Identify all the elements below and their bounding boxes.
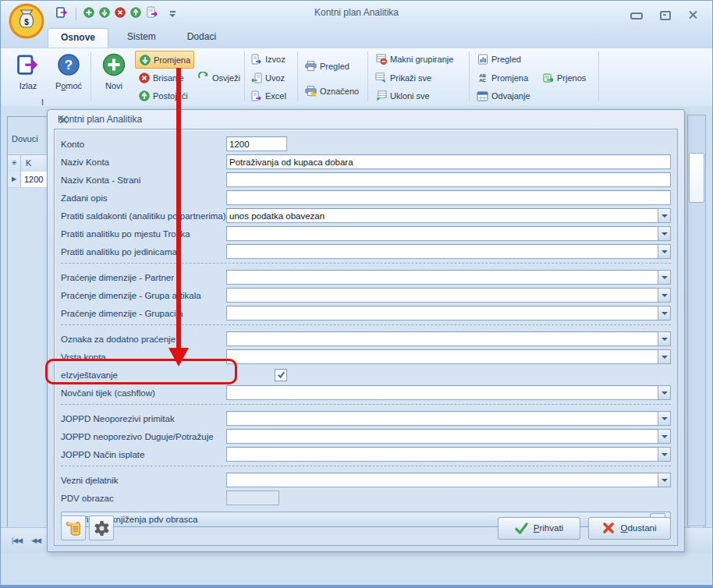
help-icon: ?	[49, 53, 88, 78]
restore-icon[interactable]	[660, 11, 671, 20]
grid-cell-konto[interactable]: 1200	[21, 172, 48, 187]
tab-dodaci[interactable]: Dodaci	[175, 28, 229, 48]
group-divider	[61, 404, 671, 407]
chevron-down-icon[interactable]	[658, 306, 671, 321]
osvjezi-button[interactable]: Osvježi	[194, 69, 243, 86]
tab-osnove[interactable]: Osnove	[48, 28, 108, 48]
chevron-down-icon[interactable]	[658, 385, 671, 400]
vezni-djelatnik-combo[interactable]	[226, 473, 671, 487]
chevron-down-icon[interactable]	[658, 331, 671, 346]
scrollbar-thumb[interactable]	[689, 153, 704, 203]
dialog-title-bar[interactable]: Kontni plan Analitika	[48, 110, 684, 128]
chevron-down-icon[interactable]	[658, 473, 671, 487]
chevron-down-icon[interactable]	[658, 288, 671, 303]
joppd-duguje-combo[interactable]	[226, 429, 671, 444]
zadani-opis-input[interactable]	[226, 190, 671, 205]
close-icon[interactable]	[58, 114, 69, 125]
prihvati-button[interactable]: Prihvati	[498, 517, 580, 540]
checkmark-icon	[277, 370, 286, 379]
jedinice-combo[interactable]	[226, 244, 671, 259]
pregled-print-button[interactable]: Pregled	[302, 58, 353, 74]
joppd-primitak-combo[interactable]	[226, 411, 671, 426]
promjena-ab-button[interactable]: ABAC Promjena	[474, 69, 531, 86]
chevron-down-icon[interactable]	[658, 208, 671, 223]
dimenzija-grupa-artikala-combo[interactable]	[226, 288, 671, 303]
dimenzija-partner-input[interactable]	[226, 270, 658, 285]
arrow-up-icon	[138, 90, 150, 101]
postojeci-button[interactable]: Postojeći	[135, 87, 191, 104]
konto-input[interactable]	[226, 136, 287, 151]
check-icon	[515, 522, 528, 534]
oznaka-dodatno-input[interactable]	[226, 331, 658, 346]
exit-icon[interactable]	[55, 6, 69, 22]
joppd-nacin-input[interactable]	[226, 447, 658, 462]
group-by-box[interactable]: Dovuci	[12, 134, 38, 143]
pregled-view-button[interactable]: Pregled	[474, 51, 524, 67]
joppd-nacin-combo[interactable]	[226, 447, 671, 462]
excel-button[interactable]: Excel	[247, 87, 289, 104]
naziv-konta-strani-input[interactable]	[226, 172, 671, 187]
nav-first-icon[interactable]: |◀◀	[12, 537, 22, 544]
chevron-down-icon[interactable]	[658, 349, 671, 364]
pratiti-saldakonti-combo[interactable]	[226, 208, 671, 223]
mjesto-troska-combo[interactable]	[226, 226, 671, 241]
chevron-down-icon[interactable]	[658, 244, 671, 259]
form-row-novcani-tijek: Novčani tijek (cashflow)	[61, 384, 671, 402]
settings-gear-button[interactable]	[89, 515, 114, 540]
chevron-down-icon[interactable]	[658, 447, 671, 462]
novi-button[interactable]: Novi	[94, 51, 133, 104]
grid-header-row[interactable]: ✳ K	[8, 154, 48, 172]
group-divider	[61, 263, 671, 266]
chevron-down-icon[interactable]	[658, 270, 671, 285]
chevron-down-icon[interactable]	[658, 429, 671, 444]
joppd-primitak-input[interactable]	[226, 411, 658, 426]
vezni-djelatnik-input[interactable]	[226, 473, 658, 487]
izlaz-button[interactable]: Izlaz	[9, 51, 48, 104]
joppd-duguje-input[interactable]	[226, 429, 658, 444]
grid-konto-column-header[interactable]: K	[21, 155, 48, 172]
minimize-icon[interactable]	[630, 12, 643, 19]
novcani-tijek-input[interactable]	[226, 385, 658, 400]
vrsta-konta-input[interactable]	[226, 349, 658, 364]
odustani-button[interactable]: Odustani	[588, 517, 671, 540]
oznaka-dodatno-combo[interactable]	[226, 331, 671, 346]
uvoz-button[interactable]: Uvoz	[247, 69, 288, 86]
pratiti-saldakonti-input[interactable]	[226, 208, 658, 223]
vrsta-konta-combo[interactable]	[226, 349, 671, 364]
vertical-scrollbar[interactable]: ··	[687, 115, 706, 542]
quick-access-dropdown-icon[interactable]	[169, 11, 176, 17]
arrow-up-icon[interactable]	[130, 7, 141, 21]
izvoz-button[interactable]: Izvoz	[247, 51, 289, 67]
prikazi-sve-button[interactable]: Prikaži sve	[372, 69, 435, 86]
ukloni-sve-button[interactable]: Ukloni sve	[372, 87, 433, 104]
prijenos-button[interactable]: Prjenos	[539, 69, 589, 86]
eizvjestavanje-checkbox[interactable]	[275, 369, 287, 381]
export-report-icon[interactable]	[146, 6, 158, 22]
dimenzija-grupacija-input[interactable]	[226, 306, 658, 321]
novcani-tijek-combo[interactable]	[226, 385, 671, 400]
oznaceno-button[interactable]: Označeno	[302, 83, 362, 99]
odvajanje-button[interactable]: Odvajanje	[474, 87, 534, 104]
dimenzija-grupacija-combo[interactable]	[226, 306, 671, 321]
tab-sistem[interactable]: Sistem	[115, 28, 168, 48]
grid-marker-column-header[interactable]: ✳	[8, 155, 21, 172]
journal-scroll-button[interactable]	[61, 515, 86, 540]
makni-grupiranje-button[interactable]: Makni grupiranje	[372, 51, 456, 67]
arrow-down-icon[interactable]	[99, 7, 110, 21]
chevron-down-icon[interactable]	[658, 226, 671, 241]
dimenzija-partner-combo[interactable]	[226, 270, 671, 285]
form-row-dimenzija-grupa-artikala: Praćenje dimenzije - Grupa artikala	[61, 286, 671, 304]
naziv-konta-input[interactable]	[226, 154, 671, 169]
close-icon[interactable]	[688, 9, 698, 23]
pomoc-button[interactable]: ? Pomoć	[49, 51, 88, 104]
jedinice-input[interactable]	[226, 244, 658, 259]
grid-row-1200[interactable]: ▶ 1200	[8, 172, 48, 188]
add-icon[interactable]	[83, 7, 94, 21]
nav-prev-page-icon[interactable]: ◀◀	[31, 537, 41, 544]
promjena-button[interactable]: Promjena	[135, 51, 194, 69]
money-bag-app-icon[interactable]: $	[9, 3, 44, 39]
chevron-down-icon[interactable]	[658, 411, 671, 426]
dimenzija-grupa-artikala-input[interactable]	[226, 288, 658, 303]
mjesto-troska-input[interactable]	[226, 226, 658, 241]
delete-icon[interactable]	[115, 7, 126, 21]
